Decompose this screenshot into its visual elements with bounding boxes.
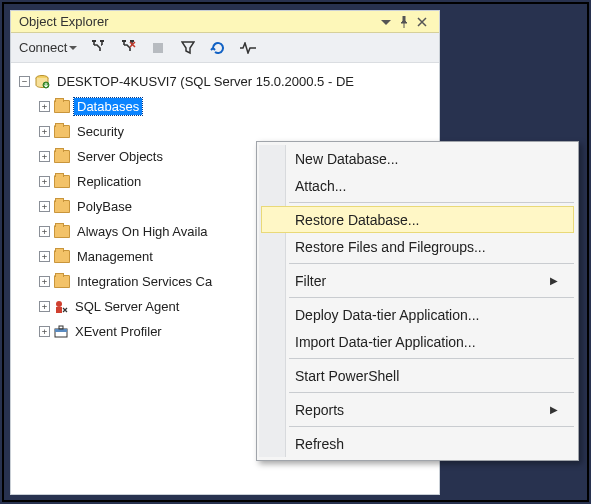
activity-icon[interactable] bbox=[239, 39, 257, 57]
window-options-icon[interactable] bbox=[381, 17, 399, 27]
server-node[interactable]: − DESKTOP-4KUSVI7 (SQL Server 15.0.2000.… bbox=[15, 69, 435, 94]
menu-separator bbox=[289, 297, 574, 298]
server-icon bbox=[34, 74, 50, 90]
menu-label: Restore Database... bbox=[295, 212, 420, 228]
tree-label: Integration Services Ca bbox=[74, 273, 215, 290]
expander-icon[interactable]: + bbox=[39, 151, 50, 162]
menu-label: Attach... bbox=[295, 178, 346, 194]
menu-separator bbox=[289, 426, 574, 427]
svg-point-7 bbox=[56, 301, 62, 307]
menu-separator bbox=[289, 263, 574, 264]
menu-label: Reports bbox=[295, 402, 344, 418]
menu-label: Import Data-tier Application... bbox=[295, 334, 476, 350]
filter-icon[interactable] bbox=[179, 39, 197, 57]
tree-label: Security bbox=[74, 123, 127, 140]
menu-label: Refresh bbox=[295, 436, 344, 452]
menu-reports[interactable]: Reports▶ bbox=[259, 396, 576, 423]
menu-label: Filter bbox=[295, 273, 326, 289]
menu-separator bbox=[289, 392, 574, 393]
menu-restore-database[interactable]: Restore Database... bbox=[261, 206, 574, 233]
agent-icon bbox=[54, 300, 68, 314]
folder-icon bbox=[54, 225, 70, 238]
menu-filter[interactable]: Filter▶ bbox=[259, 267, 576, 294]
tree-label: SQL Server Agent bbox=[72, 298, 182, 315]
submenu-arrow-icon: ▶ bbox=[550, 404, 558, 415]
tree-item-databases[interactable]: + Databases bbox=[15, 94, 435, 119]
titlebar: Object Explorer bbox=[11, 11, 439, 33]
folder-icon bbox=[54, 275, 70, 288]
tree-label: Server Objects bbox=[74, 148, 166, 165]
expander-icon[interactable]: + bbox=[39, 201, 50, 212]
disconnect-icon[interactable] bbox=[119, 39, 137, 57]
menu-label: New Database... bbox=[295, 151, 399, 167]
tree-label: Always On High Availa bbox=[74, 223, 211, 240]
expander-icon[interactable]: + bbox=[39, 251, 50, 262]
svg-rect-11 bbox=[59, 326, 63, 329]
server-label: DESKTOP-4KUSVI7 (SQL Server 15.0.2000.5 … bbox=[54, 73, 357, 90]
tree-label: Replication bbox=[74, 173, 144, 190]
menu-label: Deploy Data-tier Application... bbox=[295, 307, 479, 323]
expander-icon[interactable]: + bbox=[39, 101, 50, 112]
folder-icon bbox=[54, 125, 70, 138]
tree-label: Databases bbox=[74, 98, 142, 115]
folder-icon bbox=[54, 150, 70, 163]
connect-object-icon[interactable] bbox=[89, 39, 107, 57]
stop-icon[interactable] bbox=[149, 39, 167, 57]
menu-import[interactable]: Import Data-tier Application... bbox=[259, 328, 576, 355]
menu-start-powershell[interactable]: Start PowerShell bbox=[259, 362, 576, 389]
expander-icon[interactable]: + bbox=[39, 326, 50, 337]
expander-icon[interactable]: − bbox=[19, 76, 30, 87]
tree-label: PolyBase bbox=[74, 198, 135, 215]
connect-button[interactable]: Connect bbox=[19, 40, 77, 55]
close-icon[interactable] bbox=[417, 17, 435, 27]
pin-icon[interactable] bbox=[399, 16, 417, 28]
menu-label: Restore Files and Filegroups... bbox=[295, 239, 486, 255]
refresh-icon[interactable] bbox=[209, 39, 227, 57]
folder-icon bbox=[54, 200, 70, 213]
menu-separator bbox=[289, 358, 574, 359]
expander-icon[interactable]: + bbox=[39, 226, 50, 237]
expander-icon[interactable]: + bbox=[39, 176, 50, 187]
panel-title: Object Explorer bbox=[19, 14, 381, 29]
connect-label: Connect bbox=[19, 40, 67, 55]
menu-label: Start PowerShell bbox=[295, 368, 399, 384]
expander-icon[interactable]: + bbox=[39, 126, 50, 137]
svg-rect-0 bbox=[92, 40, 96, 42]
chevron-down-icon bbox=[69, 44, 77, 52]
folder-icon bbox=[54, 100, 70, 113]
expander-icon[interactable]: + bbox=[39, 301, 50, 312]
xevent-icon bbox=[54, 325, 68, 339]
tree-label: Management bbox=[74, 248, 156, 265]
menu-deploy[interactable]: Deploy Data-tier Application... bbox=[259, 301, 576, 328]
context-menu: New Database... Attach... Restore Databa… bbox=[256, 141, 579, 461]
menu-attach[interactable]: Attach... bbox=[259, 172, 576, 199]
svg-rect-8 bbox=[56, 307, 62, 313]
tree-label: XEvent Profiler bbox=[72, 323, 165, 340]
svg-rect-2 bbox=[122, 40, 126, 42]
menu-separator bbox=[289, 202, 574, 203]
menu-restore-files[interactable]: Restore Files and Filegroups... bbox=[259, 233, 576, 260]
menu-refresh[interactable]: Refresh bbox=[259, 430, 576, 457]
svg-rect-1 bbox=[100, 40, 104, 42]
toolbar: Connect bbox=[11, 33, 439, 63]
folder-icon bbox=[54, 250, 70, 263]
menu-new-database[interactable]: New Database... bbox=[259, 145, 576, 172]
submenu-arrow-icon: ▶ bbox=[550, 275, 558, 286]
folder-icon bbox=[54, 175, 70, 188]
svg-rect-4 bbox=[153, 43, 163, 53]
expander-icon[interactable]: + bbox=[39, 276, 50, 287]
